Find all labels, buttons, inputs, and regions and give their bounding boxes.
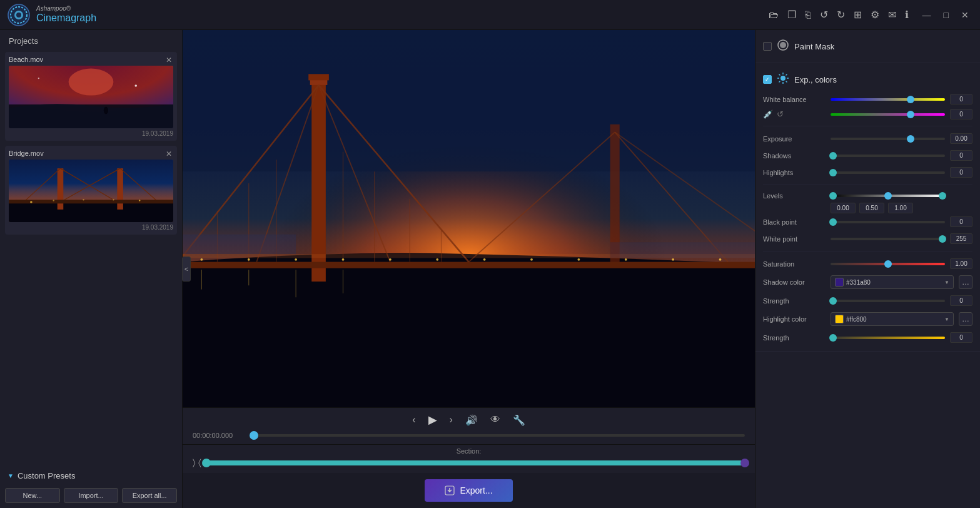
highlight-strength-label: Strength <box>763 334 826 342</box>
svg-point-8 <box>38 78 39 79</box>
highlight-strength-handle[interactable] <box>829 334 837 342</box>
saturation-slider[interactable] <box>831 263 945 265</box>
right-panel: Paint Mask <box>755 30 980 508</box>
white-balance-slider-2[interactable] <box>831 113 945 116</box>
shadow-color-more-button[interactable]: … <box>959 275 972 289</box>
section-bar: Section: 〉 〈 <box>183 444 755 473</box>
highlight-strength-value[interactable] <box>950 332 972 343</box>
wb-handle-2[interactable] <box>907 111 914 118</box>
exposure-handle[interactable] <box>907 135 914 143</box>
clipboard-icon[interactable]: ⎗ <box>805 9 811 21</box>
shadow-strength-label: Strength <box>763 297 826 305</box>
saturation-value[interactable] <box>950 258 972 269</box>
levels-slider[interactable] <box>831 195 945 197</box>
undo-icon[interactable]: ↺ <box>820 9 828 21</box>
folder-icon[interactable]: 🗁 <box>769 9 779 21</box>
levels-value-2[interactable] <box>859 203 884 213</box>
section-forward-button[interactable]: 〉 <box>193 457 196 468</box>
exp-colors-checkbox[interactable] <box>763 75 772 84</box>
white-point-row: White point <box>763 230 972 247</box>
levels-handle-right[interactable] <box>939 192 946 200</box>
paint-mask-icon <box>777 39 789 54</box>
info-icon[interactable]: ℹ <box>905 9 909 21</box>
exp-colors-header: Exp., colors <box>763 68 972 91</box>
shadow-strength-slider[interactable] <box>831 300 945 302</box>
highlights-row: Highlights <box>763 164 972 181</box>
section-back-button[interactable]: 〈 <box>198 457 201 468</box>
redo-icon[interactable]: ↻ <box>837 9 845 21</box>
highlight-color-more-button[interactable]: … <box>959 312 972 326</box>
custom-presets-section: ▼ Custom Presets New... Import... Export… <box>0 466 182 508</box>
wb-value-1[interactable] <box>950 94 972 104</box>
wb-handle-1[interactable] <box>907 96 914 103</box>
play-button[interactable]: ▶ <box>428 413 437 427</box>
import-preset-button[interactable]: Import... <box>64 488 119 503</box>
next-frame-button[interactable]: › <box>450 414 453 425</box>
saturation-handle[interactable] <box>884 260 892 268</box>
shadow-strength-value[interactable] <box>950 295 972 306</box>
svg-point-53 <box>436 258 438 261</box>
highlight-color-picker[interactable]: #ffc800 ▼ <box>831 312 954 326</box>
white-point-value[interactable] <box>950 233 972 244</box>
settings-icon[interactable]: ⚙ <box>871 9 879 21</box>
black-point-slider[interactable] <box>831 221 945 223</box>
white-balance-slider-1[interactable] <box>831 98 945 101</box>
highlight-strength-slider[interactable] <box>831 337 945 339</box>
sidebar-collapse-button[interactable]: < <box>182 257 191 282</box>
export-all-preset-button[interactable]: Export all... <box>122 488 177 503</box>
divider-1 <box>763 126 972 126</box>
maximize-button[interactable]: □ <box>940 8 952 23</box>
project-item-beach[interactable]: Beach.mov <box>5 52 177 141</box>
levels-value-3[interactable] <box>888 203 913 213</box>
paint-mask-checkbox[interactable] <box>763 42 772 51</box>
custom-presets-header[interactable]: ▼ Custom Presets <box>5 466 177 485</box>
svg-point-54 <box>483 258 486 261</box>
exposure-slider[interactable] <box>831 138 945 140</box>
close-button[interactable]: ✕ <box>957 8 972 23</box>
minimize-button[interactable]: — <box>919 8 935 23</box>
timeline-track[interactable] <box>254 434 745 437</box>
levels-handle-left[interactable] <box>829 192 837 200</box>
monitor-icon[interactable]: ⊞ <box>854 9 862 21</box>
export-icon <box>445 485 455 495</box>
levels-value-1[interactable] <box>831 203 856 213</box>
highlights-value[interactable] <box>950 167 972 178</box>
black-point-handle[interactable] <box>829 218 837 226</box>
copy-icon[interactable]: ❐ <box>787 9 796 21</box>
white-point-handle[interactable] <box>939 235 946 243</box>
mask-tool-button[interactable]: 🔧 <box>513 414 525 426</box>
black-point-value[interactable] <box>950 216 972 227</box>
section-end-handle[interactable] <box>740 459 749 467</box>
eyedropper-icon[interactable]: 💉 <box>763 109 773 119</box>
highlights-slider[interactable] <box>831 171 945 174</box>
shadows-handle[interactable] <box>829 152 837 160</box>
reset-wb-icon[interactable]: ↺ <box>777 109 784 119</box>
preview-button[interactable]: 👁 <box>490 414 500 425</box>
new-preset-button[interactable]: New... <box>5 488 60 503</box>
project-date-beach: 19.03.2019 <box>9 130 173 137</box>
wb-value-2[interactable] <box>950 109 972 119</box>
close-project-beach[interactable]: ✕ <box>166 56 172 64</box>
timeline-handle[interactable] <box>250 431 258 440</box>
volume-button[interactable]: 🔊 <box>465 414 478 426</box>
section-track[interactable] <box>206 460 745 465</box>
export-button[interactable]: Export... <box>425 479 512 502</box>
white-point-slider[interactable] <box>831 238 945 240</box>
levels-handle-mid[interactable] <box>884 192 892 200</box>
project-item-bridge[interactable]: Bridge.mov <box>5 146 177 235</box>
prev-frame-button[interactable]: ‹ <box>412 414 415 425</box>
highlights-handle[interactable] <box>829 169 837 176</box>
shadow-color-picker[interactable]: #331a80 ▼ <box>831 275 954 289</box>
svg-line-76 <box>779 74 780 76</box>
section-start-handle[interactable] <box>202 459 211 467</box>
comment-icon[interactable]: ✉ <box>888 9 896 21</box>
shadow-strength-handle[interactable] <box>829 297 837 305</box>
svg-line-78 <box>786 74 787 76</box>
exposure-value[interactable] <box>950 133 972 144</box>
svg-point-59 <box>719 258 722 261</box>
video-frame <box>183 30 755 407</box>
shadows-value[interactable] <box>950 150 972 161</box>
project-date-bridge: 19.03.2019 <box>9 224 173 231</box>
close-project-bridge[interactable]: ✕ <box>166 150 172 158</box>
shadows-slider[interactable] <box>831 155 945 157</box>
